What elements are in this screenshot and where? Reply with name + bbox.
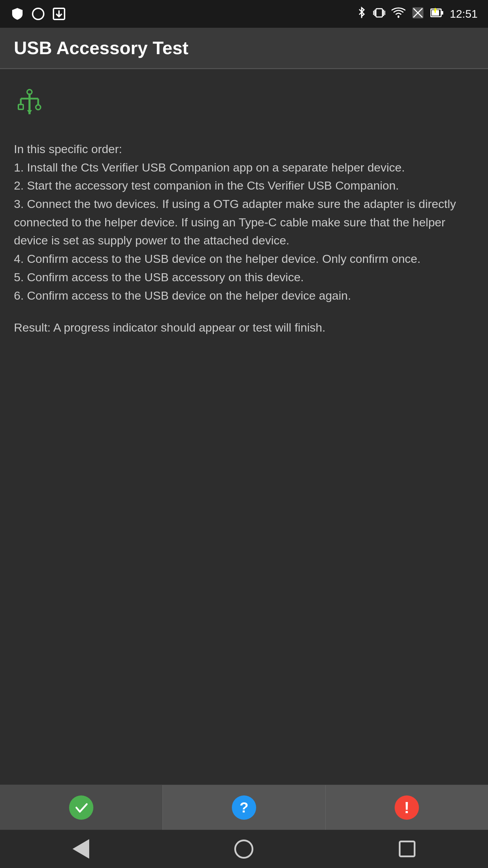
fail-icon: !	[395, 795, 419, 820]
shield-icon	[10, 7, 24, 21]
status-bar-left-icons	[10, 7, 66, 21]
svg-marker-22	[27, 110, 32, 114]
nav-back-button[interactable]	[73, 839, 89, 859]
download-icon	[52, 7, 66, 21]
fail-button[interactable]: !	[326, 785, 488, 830]
svg-point-21	[36, 105, 41, 110]
svg-rect-20	[18, 105, 23, 109]
back-icon	[73, 839, 89, 859]
recent-icon	[399, 841, 415, 857]
svg-rect-4	[376, 9, 382, 17]
app-title: USB Accessory Test	[14, 37, 474, 58]
info-button[interactable]: ?	[163, 785, 326, 830]
app-bar: USB Accessory Test	[0, 28, 488, 68]
nav-bar[interactable]	[0, 830, 488, 868]
home-icon	[234, 840, 253, 859]
svg-rect-13	[441, 11, 443, 15]
recording-icon	[31, 7, 45, 21]
pass-button[interactable]	[0, 785, 163, 830]
vibrate-icon	[373, 6, 385, 22]
nav-recent-button[interactable]	[399, 841, 415, 857]
no-signal-icon	[412, 7, 424, 22]
battery-icon	[430, 7, 444, 22]
status-time: 12:51	[450, 8, 478, 20]
usb-icon	[14, 86, 45, 126]
svg-point-0	[33, 8, 44, 19]
nav-home-button[interactable]	[234, 840, 253, 859]
pass-icon	[69, 795, 93, 820]
status-bar: 12:51	[0, 0, 488, 28]
bottom-action-bar[interactable]: ? !	[0, 785, 488, 830]
main-content: In this specific order: 1. Install the C…	[0, 69, 488, 785]
instructions-text: In this specific order: 1. Install the C…	[14, 140, 474, 774]
usb-icon-container	[14, 86, 474, 126]
result-text: Result: A progress indicator should appe…	[14, 318, 474, 337]
status-bar-right-icons: 12:51	[356, 6, 478, 22]
info-icon: ?	[232, 795, 256, 820]
wifi-icon	[392, 7, 405, 21]
bluetooth-icon	[356, 6, 367, 22]
